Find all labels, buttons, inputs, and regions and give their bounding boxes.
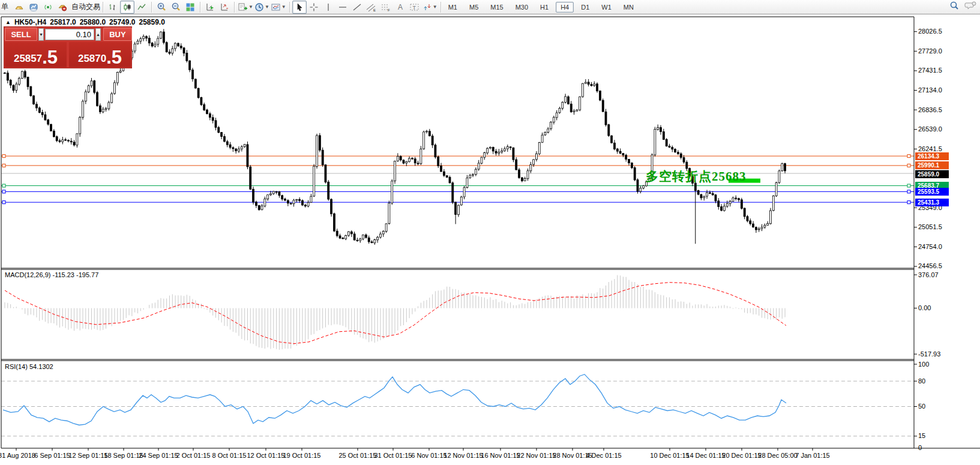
price-badge: 25593.5 <box>915 188 949 196</box>
date-tick-label: 31 Aug 2018 <box>0 452 35 459</box>
macd-label: MACD(12,26,9) -115.23 -195.77 <box>5 271 98 278</box>
line-anchor[interactable] <box>907 155 910 158</box>
axis-tick-label: 15 <box>918 433 925 439</box>
ohlc-low: 25749.0 <box>109 18 135 26</box>
ohlc-close: 25859.0 <box>139 18 164 26</box>
ohlc-open: 25817.0 <box>50 18 76 26</box>
axis-tick-label: -517.93 <box>918 351 940 358</box>
date-tick-label: 12 Nov 01:15 <box>443 452 482 459</box>
volume-input[interactable] <box>45 29 94 40</box>
rsi-panel[interactable] <box>3 374 786 425</box>
date-tick-label: 16 Nov 01:15 <box>481 452 520 459</box>
axis-tick-label: 0.00 <box>918 305 931 311</box>
date-tick-label: 7 Jan 01:15 <box>795 452 830 459</box>
axis-tick-label: 0 <box>918 445 922 451</box>
buy-price-display[interactable]: 25870.5 <box>69 42 131 67</box>
buy-price-main: 25870 <box>78 51 106 67</box>
axis-tick-label: 26836.5 <box>918 107 942 113</box>
line-anchor[interactable] <box>2 201 5 204</box>
price-badge: 25431.3 <box>915 199 949 206</box>
axis-tick-label: 80 <box>918 378 925 385</box>
chart-title: ▲ HK50-,H4 25817.0 25880.0 25749.0 25859… <box>5 18 165 26</box>
date-tick-label: 22 Nov 01:15 <box>517 452 556 459</box>
line-anchor[interactable] <box>2 164 5 167</box>
price-badge: 25990.1 <box>915 161 949 169</box>
sell-price-main: 25857 <box>14 51 42 67</box>
axis-tick-label: 25051.5 <box>918 224 942 230</box>
line-anchor[interactable] <box>907 164 910 167</box>
date-tick-label: 12 Oct 01:15 <box>247 452 285 459</box>
sell-price-pips: .5 <box>42 48 58 67</box>
date-tick-label: 28 Dec 05:00 <box>758 452 797 459</box>
one-click-trading-panel: SELL ▼ ▲ BUY 25857.5 25870.5 <box>4 27 131 68</box>
ohlc-high: 25880.0 <box>80 18 106 26</box>
date-tick-label: 4 Dec 01:15 <box>586 452 621 459</box>
axis-tick-label: 24754.0 <box>918 244 942 250</box>
line-anchor[interactable] <box>2 190 5 193</box>
date-tick-label: 8 Oct 01:15 <box>212 452 247 459</box>
axis-tick-label: 26539.0 <box>918 126 942 133</box>
line-anchor[interactable] <box>907 190 910 193</box>
date-tick-label: 19 Oct 01:15 <box>283 452 321 459</box>
axis-tick-label: 50 <box>918 403 925 410</box>
price-badge: 26134.3 <box>915 152 949 160</box>
rsi-label: RSI(14) 54.1302 <box>5 363 53 370</box>
turning-point-annotation[interactable]: 多空转折点25683 <box>646 168 747 185</box>
date-tick-label: 6 Sep 01:15 <box>34 452 70 459</box>
axis-tick-label: 24456.5 <box>918 263 942 269</box>
collapse-arrow-icon[interactable]: ▲ <box>5 19 11 25</box>
axis-tick-label: 27729.0 <box>918 48 942 55</box>
buy-button[interactable]: BUY <box>103 28 132 41</box>
chart-plot-area[interactable] <box>0 0 980 465</box>
volume-increase-button[interactable]: ▲ <box>95 28 101 41</box>
macd-panel[interactable] <box>5 275 786 350</box>
axis-tick-label: 27134.0 <box>918 87 942 94</box>
axis-tick-label: 100 <box>918 361 929 368</box>
buy-price-pips: .5 <box>106 48 122 67</box>
line-anchor[interactable] <box>2 184 5 187</box>
date-tick-label: 20 Dec 01:15 <box>722 452 761 459</box>
sell-price-display[interactable]: 25857.5 <box>5 42 67 67</box>
date-tick-label: 31 Oct 01:15 <box>374 452 412 459</box>
axis-tick-label: 27431.5 <box>918 67 942 74</box>
axis-tick-label: 26241.5 <box>918 146 942 152</box>
date-tick-label: 6 Nov 01:15 <box>411 452 446 459</box>
axis-tick-label: 28026.5 <box>918 28 942 35</box>
line-anchor[interactable] <box>907 184 910 187</box>
date-tick-label: 18 Sep 01:15 <box>104 452 143 459</box>
date-tick-label: 25 Oct 01:15 <box>339 452 377 459</box>
line-anchor[interactable] <box>907 201 910 204</box>
date-tick-label: 14 Dec 01:15 <box>686 452 725 459</box>
date-tick-label: 10 Dec 01:15 <box>650 452 689 459</box>
line-anchor[interactable] <box>2 155 5 158</box>
price-badge: 25859.0 <box>915 170 949 178</box>
sell-button[interactable]: SELL <box>5 28 37 41</box>
volume-decrease-button[interactable]: ▼ <box>38 28 44 41</box>
axis-tick-label: 376.07 <box>918 272 939 278</box>
date-tick-label: 2 Oct 01:15 <box>176 452 211 459</box>
date-tick-label: 12 Sep 01:15 <box>68 452 107 459</box>
mt4-window: 单 自动交易 <box>0 0 980 465</box>
date-tick-label: 24 Sep 01:15 <box>139 452 178 459</box>
chart-symbol: HK50-,H4 <box>14 18 46 26</box>
